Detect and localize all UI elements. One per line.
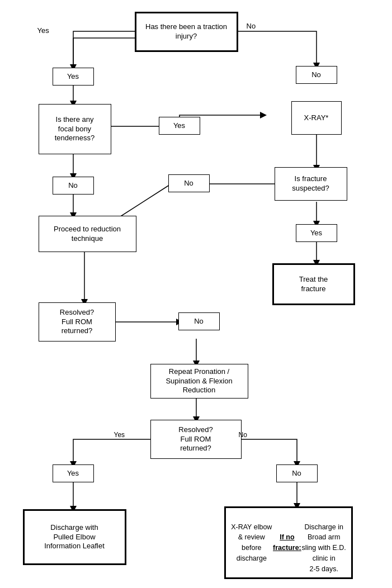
- proceed-box: Proceed to reductiontechnique: [39, 216, 136, 252]
- xray-box: X-RAY*: [291, 101, 342, 135]
- no-right-label: No: [247, 22, 256, 30]
- resolved1-box: Resolved?Full ROMreturned?: [39, 302, 116, 342]
- xray2-box: X-RAY elbow & reviewbefore discharge If …: [224, 506, 353, 579]
- no4-box: No: [178, 312, 220, 330]
- no3-box: No: [168, 174, 210, 192]
- yes3-box: Yes: [296, 224, 337, 242]
- focal-box: Is there anyfocal bonytenderness?: [39, 104, 111, 154]
- yes4-box: Yes: [53, 464, 94, 482]
- discharge-box: Discharge withPulled ElbowInformation Le…: [23, 509, 126, 565]
- no2-box: No: [53, 177, 94, 195]
- no5-box: No: [276, 464, 318, 482]
- fracture-suspected-box: Is fracturesuspected?: [275, 167, 347, 201]
- treat-box: Treat thefracture: [272, 263, 355, 305]
- repeat-box: Repeat Pronation /Supination & FlexionRe…: [150, 364, 248, 399]
- yes2-box: Yes: [159, 117, 200, 135]
- no1-box: No: [296, 66, 337, 84]
- yes-left-label: Yes: [37, 26, 49, 35]
- no-resolved2-label: No: [239, 431, 247, 439]
- traction-box: Has there been a traction injury?: [135, 12, 238, 52]
- if-no-fracture-label: If no fracture:: [273, 532, 301, 553]
- yes1-box: Yes: [53, 68, 94, 86]
- flowchart-diagram: Has there been a traction injury? Yes No…: [6, 6, 386, 582]
- yes-resolved2-label: Yes: [114, 431, 125, 439]
- resolved2-box: Resolved?Full ROMreturned?: [150, 420, 242, 459]
